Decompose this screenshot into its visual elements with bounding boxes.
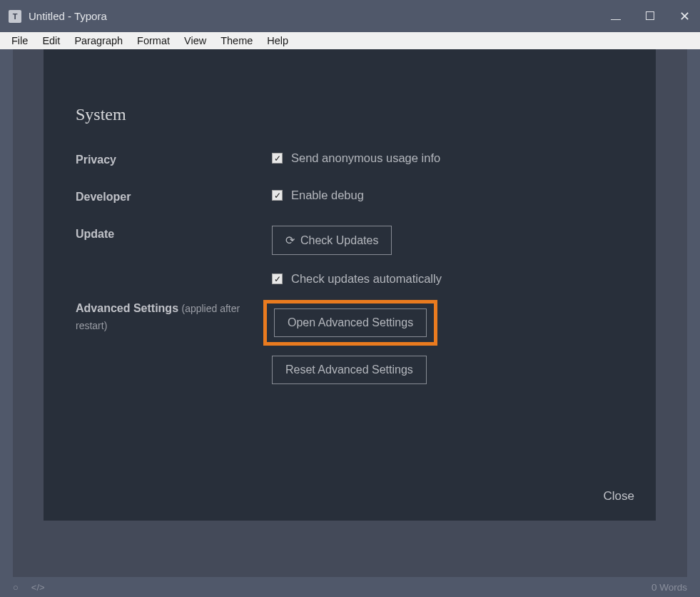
checkbox-anonymous-usage[interactable]: ✓ Send anonymous usage info [272, 151, 627, 165]
label-developer: Developer [72, 189, 272, 206]
statusbar: ○ </> 0 Words [0, 577, 700, 597]
menu-file[interactable]: File [4, 34, 35, 48]
refresh-icon: ⟳ [285, 234, 295, 247]
checkbox-label: Send anonymous usage info [291, 151, 440, 165]
titlebar: T Untitled - Typora ✕ [0, 0, 700, 32]
word-count[interactable]: 0 Words [651, 582, 687, 593]
maximize-button[interactable] [643, 11, 657, 22]
checkbox-enable-debug[interactable]: ✓ Enable debug [272, 189, 627, 202]
label-update: Update [72, 226, 272, 243]
menu-paragraph[interactable]: Paragraph [67, 34, 130, 48]
source-code-icon[interactable]: </> [31, 582, 45, 593]
close-window-button[interactable]: ✕ [677, 9, 691, 24]
check-icon: ✓ [272, 190, 283, 201]
titlebar-left: T Untitled - Typora [9, 10, 107, 23]
settings-panel: System Privacy ✓ Send anonymous usage in… [44, 49, 656, 521]
button-label: Check Updates [300, 234, 378, 247]
checkbox-auto-update[interactable]: ✓ Check updates automatically [272, 272, 627, 286]
row-privacy: Privacy ✓ Send anonymous usage info [72, 151, 627, 169]
statusbar-left: ○ </> [13, 582, 45, 593]
editor-background: System Privacy ✓ Send anonymous usage in… [13, 49, 687, 577]
row-advanced-settings: Advanced Settings (applied after restart… [72, 300, 627, 384]
label-advanced-settings: Advanced Settings (applied after restart… [72, 300, 272, 334]
check-icon: ✓ [272, 274, 283, 284]
menu-format[interactable]: Format [130, 34, 177, 48]
close-settings-button[interactable]: Close [604, 489, 634, 503]
button-label: Reset Advanced Settings [285, 363, 413, 376]
checkbox-label: Enable debug [291, 189, 364, 202]
app-icon: T [9, 10, 21, 23]
section-title-system: System [72, 105, 627, 124]
reset-advanced-settings-button[interactable]: Reset Advanced Settings [272, 356, 427, 384]
check-icon: ✓ [272, 153, 283, 164]
window-controls: ✕ [609, 9, 691, 24]
menu-edit[interactable]: Edit [35, 34, 67, 48]
menu-help[interactable]: Help [260, 34, 295, 48]
window-title: Untitled - Typora [29, 10, 107, 22]
checkbox-label: Check updates automatically [291, 272, 442, 286]
open-advanced-settings-button[interactable]: Open Advanced Settings [274, 308, 427, 337]
menubar: File Edit Paragraph Format View Theme He… [0, 32, 700, 49]
row-developer: Developer ✓ Enable debug [72, 189, 627, 206]
menu-theme[interactable]: Theme [213, 34, 260, 48]
highlight-box: Open Advanced Settings [263, 300, 437, 346]
menu-view[interactable]: View [177, 34, 213, 48]
check-updates-button[interactable]: ⟳ Check Updates [272, 226, 392, 255]
label-privacy: Privacy [72, 151, 272, 169]
minimize-button[interactable] [609, 11, 623, 22]
row-update: Update ⟳ Check Updates ✓ Check updates a… [72, 226, 627, 286]
button-label: Open Advanced Settings [288, 316, 413, 329]
outline-toggle-icon[interactable]: ○ [13, 582, 19, 593]
